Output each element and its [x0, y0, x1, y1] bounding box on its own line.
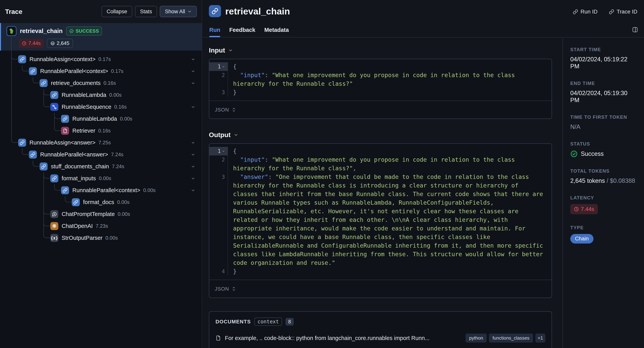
chevron-down-icon[interactable]: [191, 141, 195, 146]
trace-tree-row[interactable]: format_inputs0.00s: [0, 172, 202, 184]
tab-run[interactable]: Run: [209, 27, 220, 37]
tree-node-name: format_inputs: [62, 175, 96, 182]
trace-id-button[interactable]: Trace ID: [609, 9, 637, 15]
code-content: {: [228, 62, 552, 71]
tree-connector-elbow: [44, 220, 50, 226]
fold-chevron-icon[interactable]: [222, 62, 225, 71]
line-number-gutter[interactable]: 1: [209, 147, 228, 155]
tree-node-latency: 0.00s: [143, 187, 156, 193]
fold-chevron-icon[interactable]: [222, 147, 225, 155]
chevron-down-icon[interactable]: [191, 188, 195, 193]
documents-heading: DOCUMENTS: [216, 319, 251, 325]
run-title: retrieval_chain: [225, 6, 290, 17]
chevron-down-icon[interactable]: [191, 152, 195, 157]
tab-metadata[interactable]: Metadata: [264, 27, 289, 37]
link-icon: [609, 9, 614, 15]
collapse-button[interactable]: Collapse: [102, 6, 132, 17]
tree-connector-line: [11, 65, 12, 77]
tree-node-name: Retriever: [72, 127, 95, 134]
trace-tree-row[interactable]: format_docs0.00s: [0, 196, 202, 208]
line-number-gutter: 2: [209, 71, 228, 88]
updown-icon: [232, 286, 236, 291]
ttft-value: N/A: [570, 123, 638, 130]
tree-node-latency: 0.17s: [98, 56, 111, 62]
tree-connector-line: [11, 77, 12, 89]
chevron-down-icon[interactable]: [191, 164, 195, 169]
total-tokens-label: TOTAL TOKENS: [570, 168, 638, 174]
trace-tree-row[interactable]: RunnableAssign<answer>7.25s: [0, 137, 202, 149]
tree-connector-line: [11, 38, 12, 51]
link-icon: [573, 9, 578, 15]
output-format-selector[interactable]: JSON: [209, 280, 552, 298]
chevron-down-icon[interactable]: [191, 176, 195, 182]
line-number-gutter: 3: [209, 173, 228, 267]
token-coin-icon: [50, 41, 55, 46]
line-number-gutter[interactable]: 1: [209, 62, 228, 71]
trace-tree-row[interactable]: RunnableParallel<context>0.00s: [0, 184, 202, 196]
chevron-down-icon[interactable]: [191, 57, 195, 62]
chevron-down-icon[interactable]: [191, 69, 195, 74]
chevron-down-icon: [234, 133, 238, 137]
check-circle-icon: [570, 150, 578, 157]
tree-connector-elbow: [54, 113, 61, 119]
trace-tree-row[interactable]: retrieve_documents0.16s: [0, 77, 202, 89]
panel-toggle-icon[interactable]: [632, 27, 638, 34]
trace-tree-row[interactable]: ChatPromptTemplate0.00s: [0, 208, 202, 220]
document-list-item[interactable]: For example, .. code-block:: python from…: [216, 333, 545, 342]
trace-tree-row[interactable]: Retriever0.16s: [0, 125, 202, 137]
status-label: STATUS: [570, 141, 638, 147]
show-all-dropdown[interactable]: Show All: [160, 6, 197, 17]
document-tag-badge: functions_classes: [489, 333, 533, 342]
tree-node-latency: 0.16s: [104, 80, 116, 86]
output-code-editor: 1{2 "input": "What one improvement do yo…: [209, 144, 552, 280]
run-id-button[interactable]: Run ID: [573, 9, 598, 15]
sequence-icon: [50, 103, 58, 111]
tree-node-name: RunnableLambda: [62, 92, 106, 98]
trace-tree-row[interactable]: {x}StrOutputParser0.00s: [0, 232, 202, 244]
tree-node-name: RunnableAssign<context>: [30, 56, 96, 63]
input-section-header[interactable]: Input: [209, 47, 552, 54]
type-label: TYPE: [570, 225, 638, 230]
chain-icon: [72, 198, 80, 206]
trace-tree-row[interactable]: RunnableLambda0.00s: [0, 113, 202, 125]
latency-label: LATENCY: [570, 195, 638, 201]
latency-badge: 7.44s: [570, 204, 598, 214]
trace-tree-row[interactable]: RunnableAssign<context>0.17s: [0, 53, 202, 65]
trace-root-node[interactable]: retrieval_chain SUCCESS 7.44s 2,645: [0, 23, 202, 51]
chevron-down-icon: [188, 9, 192, 14]
tab-feedback[interactable]: Feedback: [229, 27, 255, 37]
tree-connector-elbow: [65, 196, 72, 202]
chain-icon: [209, 5, 221, 17]
stats-button[interactable]: Stats: [135, 6, 157, 17]
line-number-gutter: 2: [209, 155, 228, 173]
code-line: 1{: [209, 147, 552, 155]
chevron-down-icon[interactable]: [191, 105, 195, 110]
documents-card: DOCUMENTS context 8 For example, .. code…: [209, 311, 552, 348]
chevron-down-icon[interactable]: [191, 81, 195, 86]
tree-connector-elbow: [54, 125, 61, 131]
clock-icon: [574, 207, 579, 212]
trace-tree-row[interactable]: stuff_documents_chain7.24s: [0, 160, 202, 172]
tree-connector-elbow: [44, 89, 50, 95]
more-tags-badge[interactable]: +1: [535, 333, 545, 342]
tree-node-name: format_docs: [83, 199, 114, 206]
output-section-header[interactable]: Output: [209, 131, 552, 139]
code-content: "input": "What one improvement do you pr…: [228, 155, 552, 173]
run-stats-sidebar: START TIME 04/02/2024, 05:19:22 PM END T…: [562, 38, 644, 348]
start-time-label: START TIME: [570, 47, 638, 52]
trace-tree-row[interactable]: RunnableSequence0.16s: [0, 101, 202, 113]
code-line: 2 "input": "What one improvement do you …: [209, 155, 552, 173]
end-time-value: 04/02/2024, 05:19:30 PM: [570, 90, 638, 104]
token-count-badge: 2,645: [47, 39, 73, 48]
code-line: 2 "input": "What one improvement do you …: [209, 71, 552, 88]
tree-node-name: stuff_documents_chain: [51, 163, 109, 170]
end-time-label: END TIME: [570, 81, 638, 86]
input-format-selector[interactable]: JSON: [209, 101, 552, 118]
code-content: }: [228, 88, 552, 97]
tree-connector-elbow: [44, 208, 50, 214]
trace-tree-row[interactable]: ❋ChatOpenAI7.23s: [0, 220, 202, 232]
trace-tree-row[interactable]: RunnableLambda0.00s: [0, 89, 202, 101]
trace-tree-row[interactable]: RunnableParallel<context>0.17s: [0, 65, 202, 77]
tree-connector-elbow: [11, 137, 18, 143]
trace-tree-row[interactable]: RunnableParallel<answer>7.24s: [0, 149, 202, 160]
